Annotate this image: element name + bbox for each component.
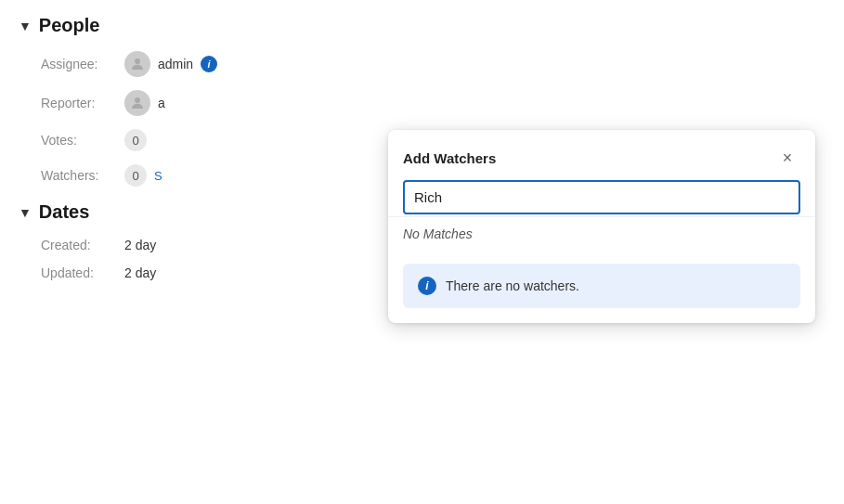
watchers-badge: 0	[124, 164, 147, 187]
watchers-label: Watchers:	[41, 168, 124, 183]
reporter-row: Reporter: a	[19, 90, 371, 116]
watchers-row: Watchers: 0 S	[19, 164, 371, 187]
popup-header: Add Watchers ×	[388, 130, 815, 180]
votes-badge: 0	[124, 129, 147, 151]
votes-value: 0	[124, 129, 147, 151]
popup-title: Add Watchers	[403, 150, 496, 166]
votes-label: Votes:	[41, 133, 124, 148]
assignee-avatar	[124, 51, 150, 77]
search-input-wrap	[388, 180, 815, 214]
created-label: Created:	[41, 238, 124, 252]
updated-row: Updated: 2 day	[19, 265, 371, 280]
svg-point-1	[135, 97, 140, 103]
people-chevron-icon[interactable]: ▼	[19, 19, 32, 33]
votes-row: Votes: 0	[19, 129, 371, 151]
assignee-row: Assignee: admin i	[19, 51, 371, 77]
created-row: Created: 2 day	[19, 238, 371, 252]
add-watchers-popup: Add Watchers × No Matches i There are no…	[388, 130, 815, 323]
dates-section-header: ▼ Dates	[19, 201, 371, 223]
assignee-value: admin i	[124, 51, 217, 77]
no-matches-text: No Matches	[403, 226, 473, 241]
assignee-name: admin	[158, 57, 193, 71]
reporter-name: a	[158, 96, 165, 110]
created-value: 2 day	[124, 238, 156, 252]
start-watching-link[interactable]: S	[154, 169, 162, 183]
watchers-value: 0 S	[124, 164, 162, 187]
watchers-info-box: i There are no watchers.	[403, 264, 800, 308]
assignee-label: Assignee:	[41, 57, 124, 71]
people-section-header: ▼ People	[19, 15, 371, 36]
svg-point-0	[135, 58, 140, 64]
dates-section-title: Dates	[39, 201, 89, 223]
close-button[interactable]: ×	[774, 145, 800, 171]
reporter-value: a	[124, 90, 165, 116]
dates-chevron-icon[interactable]: ▼	[19, 205, 32, 220]
reporter-avatar	[124, 90, 150, 116]
updated-label: Updated:	[41, 265, 124, 280]
reporter-label: Reporter:	[41, 96, 124, 110]
watchers-info-text: There are no watchers.	[446, 278, 579, 293]
no-matches-row: No Matches	[388, 216, 815, 251]
main-panel: ▼ People Assignee: admin i Reporter: a V…	[0, 0, 390, 308]
updated-value: 2 day	[124, 265, 156, 280]
watcher-search-input[interactable]	[403, 180, 800, 214]
watchers-info-icon: i	[418, 277, 436, 295]
people-section-title: People	[39, 15, 100, 36]
assignee-info-icon[interactable]: i	[201, 56, 217, 72]
